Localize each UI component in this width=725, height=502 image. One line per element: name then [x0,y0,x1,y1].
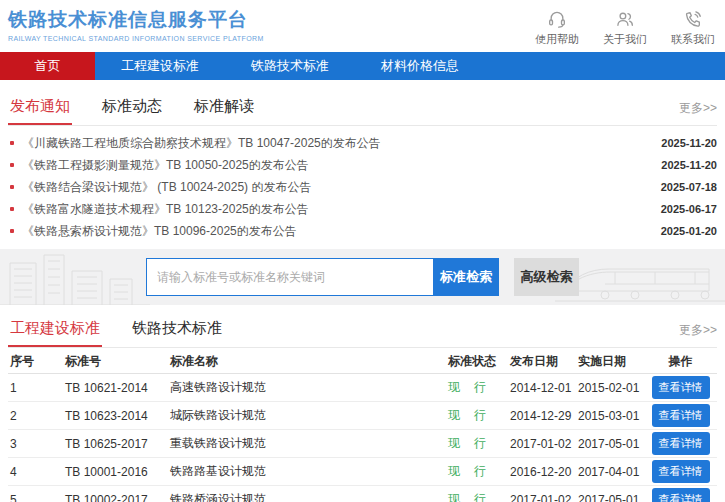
nav-item-railway-standards[interactable]: 铁路技术标准 [225,52,355,80]
site-subtitle: RAILWAY TECHNICAL STANDARD INFORMATION S… [8,35,264,42]
tab-construction-standards[interactable]: 工程建设标准 [8,311,102,347]
contact-label: 联系我们 [671,32,715,47]
bullet-icon [10,229,14,233]
contact-link[interactable]: 联系我们 [671,9,715,47]
tab-publish-notice[interactable]: 发布通知 [8,89,72,125]
search-input[interactable] [146,258,433,296]
news-tabs: 发布通知 标准动态 标准解读 更多>> [8,89,717,126]
standards-table: 序号 标准号 标准名称 标准状态 发布日期 实施日期 操作 1 TB 10621… [8,350,717,502]
table-header: 序号 标准号 标准名称 标准状态 发布日期 实施日期 操作 [8,350,717,374]
bullet-icon [10,141,14,145]
cell-code: TB 10623-2014 [65,409,170,423]
col-implement: 实施日期 [578,353,650,370]
cell-publish: 2014-12-01 [510,381,578,395]
page-header: 铁路技术标准信息服务平台 RAILWAY TECHNICAL STANDARD … [0,0,725,52]
nav-item-construction-standards[interactable]: 工程建设标准 [95,52,225,80]
cell-name: 重载铁路设计规范 [170,435,448,452]
table-row: 3 TB 10625-2017 重载铁路设计规范 现行 2017-01-02 2… [8,430,717,458]
status-badge: 现行 [448,407,510,424]
cell-publish: 2017-01-02 [510,493,578,502]
news-title: 《铁路悬索桥设计规范》TB 10096-2025的发布公告 [22,223,649,240]
news-date: 2025-06-17 [661,203,717,215]
search-box: 标准检索 [146,258,499,296]
advanced-search-button[interactable]: 高级检索 [514,258,579,296]
tab-railway-tech-standards[interactable]: 铁路技术标准 [130,311,224,347]
news-date: 2025-11-20 [661,137,717,149]
status-badge: 现行 [448,379,510,396]
news-item[interactable]: 《铁路富水隧道技术规程》TB 10123-2025的发布公告 2025-06-1… [8,198,717,220]
cell-implement: 2017-04-01 [578,465,650,479]
view-detail-button[interactable]: 查看详情 [652,488,710,502]
news-item[interactable]: 《铁路悬索桥设计规范》TB 10096-2025的发布公告 2025-01-20 [8,220,717,242]
news-list: 《川藏铁路工程地质综合勘察技术规程》TB 10047-2025的发布公告 202… [8,126,717,246]
standards-more-link[interactable]: 更多>> [679,322,717,347]
cell-implement: 2015-03-01 [578,409,650,423]
news-date: 2025-01-20 [661,225,717,237]
table-row: 2 TB 10623-2014 城际铁路设计规范 现行 2014-12-29 2… [8,402,717,430]
bullet-icon [10,207,14,211]
view-detail-button[interactable]: 查看详情 [652,376,710,399]
col-no: 序号 [8,353,65,370]
status-badge: 现行 [448,491,510,502]
tab-standard-interpretation[interactable]: 标准解读 [192,89,256,125]
status-badge: 现行 [448,463,510,480]
news-title: 《铁路富水隧道技术规程》TB 10123-2025的发布公告 [22,201,649,218]
headset-icon [547,9,567,29]
news-item[interactable]: 《铁路结合梁设计规范》 (TB 10024-2025) 的发布公告 2025-0… [8,176,717,198]
news-date: 2025-11-20 [661,159,717,171]
cell-no: 4 [8,465,65,479]
nav-item-home[interactable]: 首页 [0,52,95,80]
status-badge: 现行 [448,435,510,452]
cell-name: 铁路路基设计规范 [170,463,448,480]
about-link[interactable]: 关于我们 [603,9,647,47]
cell-code: TB 10621-2014 [65,381,170,395]
table-row: 5 TB 10002-2017 铁路桥涵设计规范 现行 2017-01-02 2… [8,486,717,502]
standards-section: 工程建设标准 铁路技术标准 更多>> 序号 标准号 标准名称 标准状态 发布日期… [0,311,725,502]
table-row: 4 TB 10001-2016 铁路路基设计规范 现行 2016-12-20 2… [8,458,717,486]
bullet-icon [10,185,14,189]
header-links: 使用帮助 关于我们 联系我们 [535,9,715,47]
help-link[interactable]: 使用帮助 [535,9,579,47]
news-more-link[interactable]: 更多>> [679,100,717,125]
news-section: 发布通知 标准动态 标准解读 更多>> 《川藏铁路工程地质综合勘察技术规程》TB… [0,89,725,246]
col-status: 标准状态 [448,353,510,370]
news-item[interactable]: 《铁路工程摄影测量规范》TB 10050-2025的发布公告 2025-11-2… [8,154,717,176]
cell-name: 高速铁路设计规范 [170,379,448,396]
col-publish: 发布日期 [510,353,578,370]
cell-code: TB 10002-2017 [65,493,170,502]
search-banner: 标准检索 高级检索 [0,249,725,305]
bullet-icon [10,163,14,167]
table-row: 1 TB 10621-2014 高速铁路设计规范 现行 2014-12-01 2… [8,374,717,402]
standard-search-button[interactable]: 标准检索 [433,258,499,296]
site-title: 铁路技术标准信息服务平台 [8,7,264,33]
col-action: 操作 [650,353,715,370]
cell-no: 5 [8,493,65,502]
cell-code: TB 10001-2016 [65,465,170,479]
cell-code: TB 10625-2017 [65,437,170,451]
about-label: 关于我们 [603,32,647,47]
view-detail-button[interactable]: 查看详情 [652,404,710,427]
news-date: 2025-07-18 [661,181,717,193]
cell-publish: 2017-01-02 [510,437,578,451]
news-item[interactable]: 《川藏铁路工程地质综合勘察技术规程》TB 10047-2025的发布公告 202… [8,132,717,154]
nav-item-material-prices[interactable]: 材料价格信息 [355,52,485,80]
phone-icon [683,9,703,29]
cell-name: 铁路桥涵设计规范 [170,491,448,502]
help-label: 使用帮助 [535,32,579,47]
view-detail-button[interactable]: 查看详情 [652,432,710,455]
people-icon [615,9,635,29]
search-area: 标准检索 高级检索 [0,249,725,305]
cell-no: 2 [8,409,65,423]
col-name: 标准名称 [170,353,448,370]
tab-standard-news[interactable]: 标准动态 [100,89,164,125]
cell-implement: 2015-02-01 [578,381,650,395]
standards-tabs: 工程建设标准 铁路技术标准 更多>> [8,311,717,348]
brand: 铁路技术标准信息服务平台 RAILWAY TECHNICAL STANDARD … [8,7,264,42]
cell-name: 城际铁路设计规范 [170,407,448,424]
view-detail-button[interactable]: 查看详情 [652,460,710,483]
news-title: 《铁路结合梁设计规范》 (TB 10024-2025) 的发布公告 [22,179,649,196]
cell-implement: 2017-05-01 [578,437,650,451]
news-title: 《川藏铁路工程地质综合勘察技术规程》TB 10047-2025的发布公告 [22,135,649,152]
cell-implement: 2017-05-01 [578,493,650,502]
main-nav: 首页 工程建设标准 铁路技术标准 材料价格信息 [0,52,725,80]
